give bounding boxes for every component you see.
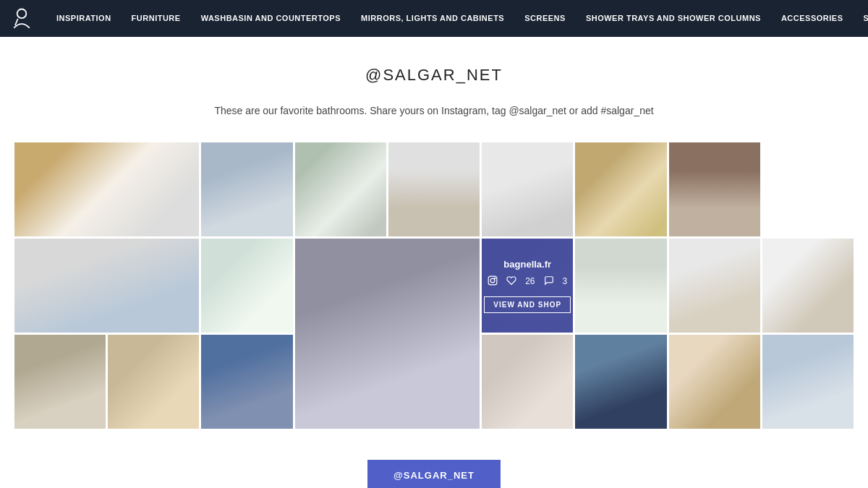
grid-item-1[interactable] [14,142,199,236]
comment-icon [544,275,554,288]
grid-item-12[interactable] [575,239,666,333]
logo[interactable] [9,6,35,32]
heart-icon [506,275,516,288]
grid-item-13[interactable] [669,239,760,333]
nav-mirrors[interactable]: MIRRORS, LIGHTS AND CABINETS [351,13,514,23]
grid-item-19[interactable] [575,335,666,429]
svg-point-8 [490,278,495,283]
nav-items: INSPIRATION FURNITURE WASHBASIN AND COUN… [46,13,868,23]
grid-item-20[interactable] [669,335,760,429]
grid-item-6[interactable] [575,142,666,236]
grid-item-14[interactable] [762,239,854,333]
nav-screens[interactable]: SCREENS [514,13,576,23]
navbar: INSPIRATION FURNITURE WASHBASIN AND COUN… [0,0,868,37]
grid-item-21[interactable] [762,335,854,429]
grid-item-17[interactable] [201,335,292,429]
card-username: bagnella.fr [503,259,551,270]
svg-point-0 [17,9,27,18]
grid-item-5[interactable] [482,142,573,236]
grid-item-15[interactable] [14,335,106,429]
svg-rect-7 [488,276,497,285]
photo-grid: bagnella.fr 26 [14,142,854,431]
grid-item-11[interactable]: bagnella.fr 26 [482,239,573,333]
nav-inspiration[interactable]: INSPIRATION [46,13,122,23]
grid-item-10[interactable] [295,239,480,429]
nav-washbasin[interactable]: WASHBASIN AND COUNTERTOPS [191,13,351,23]
comments-count: 3 [563,276,568,286]
salgar-net-cta-button[interactable]: @SALGAR_NET [367,460,501,488]
page-title: @SALGAR_NET [14,66,854,85]
nav-accessories[interactable]: ACCESSORIES [771,13,854,23]
grid-item-9[interactable] [201,239,292,333]
svg-point-9 [495,278,495,278]
nav-shower[interactable]: SHOWER TRAYS AND SHOWER COLUMNS [576,13,771,23]
grid-item-18[interactable] [482,335,573,429]
nav-furniture[interactable]: FURNITURE [122,13,191,23]
instagram-icon [488,275,498,288]
grid-item-4[interactable] [388,142,480,236]
grid-item-3[interactable] [295,142,386,236]
nav-sets[interactable]: SETS [854,13,869,23]
card-overlay: bagnella.fr 26 [482,239,573,333]
card-stats: 26 3 [488,275,567,288]
page-subtitle: These are our favorite bathrooms. Share … [14,105,854,116]
grid-item-8[interactable] [14,239,199,333]
likes-count: 26 [525,276,535,286]
view-and-shop-button[interactable]: VIEW AND SHOP [484,296,571,313]
grid-item-7[interactable] [669,142,760,236]
main-content: @SALGAR_NET These are our favorite bathr… [0,37,868,488]
grid-item-16[interactable] [108,335,199,429]
svg-line-1 [15,19,18,25]
grid-item-2[interactable] [201,142,292,236]
